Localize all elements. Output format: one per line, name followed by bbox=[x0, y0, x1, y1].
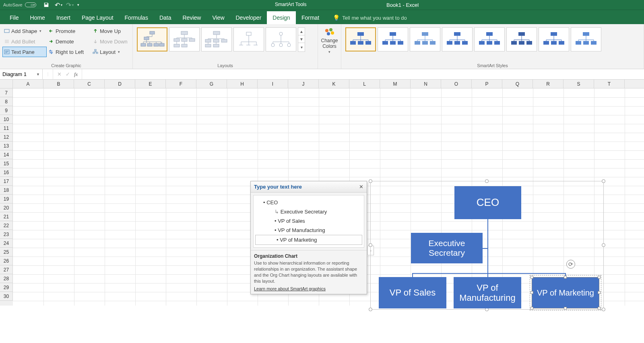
text-pane-item[interactable]: VP of Marketing bbox=[255, 235, 362, 245]
row-header[interactable]: 19 bbox=[0, 195, 13, 203]
resize-handle[interactable] bbox=[602, 179, 605, 183]
style-thumb-2[interactable] bbox=[378, 27, 408, 51]
column-header[interactable]: F bbox=[166, 80, 196, 88]
text-pane-item[interactable]: Executive Secretary bbox=[254, 207, 364, 216]
resize-handle[interactable] bbox=[369, 243, 372, 247]
row-header[interactable]: 14 bbox=[0, 150, 13, 159]
text-pane-item[interactable]: VP of Sales bbox=[254, 216, 364, 226]
style-thumb-1[interactable] bbox=[345, 27, 376, 51]
ribbon-tab-insert[interactable]: Insert bbox=[51, 11, 76, 24]
row-header[interactable]: 25 bbox=[0, 248, 13, 257]
layouts-gallery-nav[interactable]: ▲ ▼ ▾ bbox=[298, 27, 305, 52]
save-icon[interactable] bbox=[43, 2, 49, 8]
row-header[interactable]: 28 bbox=[0, 274, 13, 283]
column-header[interactable]: R bbox=[533, 80, 564, 88]
ribbon-tab-view[interactable]: View bbox=[206, 11, 230, 24]
column-header[interactable]: P bbox=[472, 80, 502, 88]
gallery-more-icon[interactable]: ▾ bbox=[298, 43, 305, 51]
row-header[interactable]: 9 bbox=[0, 106, 13, 115]
row-header[interactable]: 27 bbox=[0, 265, 13, 274]
ribbon-tab-page-layout[interactable]: Page Layout bbox=[76, 11, 119, 24]
rotate-handle-icon[interactable]: ⟳ bbox=[566, 260, 575, 269]
row-header[interactable]: 11 bbox=[0, 124, 13, 133]
column-header[interactable]: J bbox=[288, 80, 319, 88]
column-header[interactable]: M bbox=[380, 80, 411, 88]
select-all-corner[interactable] bbox=[0, 80, 13, 88]
layout-button[interactable]: Layout▾ bbox=[91, 47, 135, 57]
column-header[interactable]: B bbox=[43, 80, 74, 88]
ribbon-tab-review[interactable]: Review bbox=[177, 11, 207, 24]
layout-thumb-3[interactable] bbox=[201, 27, 232, 51]
promote-button[interactable]: Promote bbox=[47, 26, 91, 36]
org-node-vp-manufacturing[interactable]: VP of Manufacturing bbox=[454, 277, 521, 308]
column-header[interactable]: D bbox=[105, 80, 135, 88]
column-header[interactable]: Q bbox=[502, 80, 533, 88]
shape-handle[interactable] bbox=[564, 276, 567, 279]
row-header[interactable]: 22 bbox=[0, 221, 13, 230]
close-icon[interactable]: ✕ bbox=[359, 184, 363, 190]
layout-thumb-2[interactable] bbox=[169, 27, 200, 51]
text-pane-item[interactable]: VP of Manufacturing bbox=[254, 226, 364, 235]
smartart-text-pane[interactable]: Type your text here ✕ CEOExecutive Secre… bbox=[250, 181, 367, 294]
org-node-vp-marketing[interactable]: VP of Marketing bbox=[532, 277, 599, 308]
tell-me-search[interactable]: 💡 Tell me what you want to do bbox=[333, 14, 407, 24]
layout-thumb-5[interactable] bbox=[266, 27, 296, 51]
chevron-down-icon[interactable]: ▼ bbox=[36, 72, 40, 76]
org-node-ceo[interactable]: CEO bbox=[454, 186, 521, 219]
resize-handle[interactable] bbox=[485, 179, 489, 183]
row-header[interactable]: 23 bbox=[0, 230, 13, 239]
text-pane-list[interactable]: CEOExecutive SecretaryVP of SalesVP of M… bbox=[253, 195, 364, 248]
layout-thumb-4[interactable] bbox=[233, 27, 264, 51]
column-header[interactable]: S bbox=[564, 80, 594, 88]
resize-handle[interactable] bbox=[602, 243, 605, 247]
row-header[interactable]: 24 bbox=[0, 239, 13, 248]
shape-handle[interactable] bbox=[598, 307, 601, 310]
row-header[interactable]: 12 bbox=[0, 133, 13, 142]
add-shape-button[interactable]: Add Shape▾ bbox=[2, 26, 47, 36]
row-header[interactable]: 16 bbox=[0, 168, 13, 177]
row-header[interactable]: 17 bbox=[0, 177, 13, 186]
cancel-icon[interactable]: ✕ bbox=[57, 71, 62, 77]
shape-handle[interactable] bbox=[530, 291, 533, 294]
change-colors-button[interactable]: Change Colors▾ bbox=[320, 26, 339, 54]
resize-handle[interactable] bbox=[602, 308, 605, 311]
style-thumb-8[interactable] bbox=[571, 27, 601, 51]
org-node-vp-sales[interactable]: VP of Sales bbox=[379, 277, 446, 308]
row-header[interactable]: 18 bbox=[0, 186, 13, 195]
column-header[interactable]: K bbox=[319, 80, 349, 88]
ribbon-tab-formulas[interactable]: Formulas bbox=[119, 11, 154, 24]
row-header[interactable]: 20 bbox=[0, 203, 13, 212]
column-header[interactable]: N bbox=[411, 80, 441, 88]
style-thumb-3[interactable] bbox=[410, 27, 440, 51]
enter-icon[interactable]: ✓ bbox=[66, 71, 70, 77]
style-thumb-7[interactable] bbox=[539, 27, 569, 51]
style-thumb-6[interactable] bbox=[506, 27, 537, 51]
gallery-down-icon[interactable]: ▼ bbox=[298, 35, 305, 43]
column-header[interactable]: A bbox=[13, 80, 43, 88]
row-header[interactable]: 7 bbox=[0, 88, 13, 97]
gallery-up-icon[interactable]: ▲ bbox=[298, 28, 305, 35]
ribbon-tab-format[interactable]: Format bbox=[296, 11, 325, 24]
layout-thumb-1[interactable] bbox=[137, 27, 167, 51]
row-header[interactable]: 29 bbox=[0, 283, 13, 292]
undo-icon[interactable]: ↶▾ bbox=[55, 2, 60, 8]
column-header[interactable]: T bbox=[594, 80, 625, 88]
style-thumb-4[interactable] bbox=[442, 27, 473, 51]
row-header[interactable]: 13 bbox=[0, 142, 13, 150]
smartart-canvas[interactable]: ⟳ CEO Executive Secretary VP of Sales VP… bbox=[370, 181, 604, 310]
qat-customize-icon[interactable]: ▾ bbox=[77, 2, 83, 8]
column-header[interactable]: L bbox=[349, 80, 380, 88]
column-header[interactable]: C bbox=[74, 80, 105, 88]
style-thumb-5[interactable] bbox=[474, 27, 505, 51]
row-header[interactable]: 30 bbox=[0, 292, 13, 301]
column-header[interactable]: E bbox=[135, 80, 166, 88]
autosave-toggle[interactable]: AutoSave Off bbox=[3, 2, 36, 7]
shape-handle[interactable] bbox=[564, 307, 567, 310]
shape-handle[interactable] bbox=[598, 291, 601, 294]
row-header[interactable]: 21 bbox=[0, 212, 13, 221]
redo-icon[interactable]: ↷▾ bbox=[66, 2, 72, 8]
row-header[interactable]: 10 bbox=[0, 115, 13, 124]
text-pane-item[interactable]: CEO bbox=[254, 198, 364, 207]
row-header[interactable]: 8 bbox=[0, 97, 13, 106]
learn-more-link[interactable]: Learn more about SmartArt graphics bbox=[254, 286, 326, 292]
